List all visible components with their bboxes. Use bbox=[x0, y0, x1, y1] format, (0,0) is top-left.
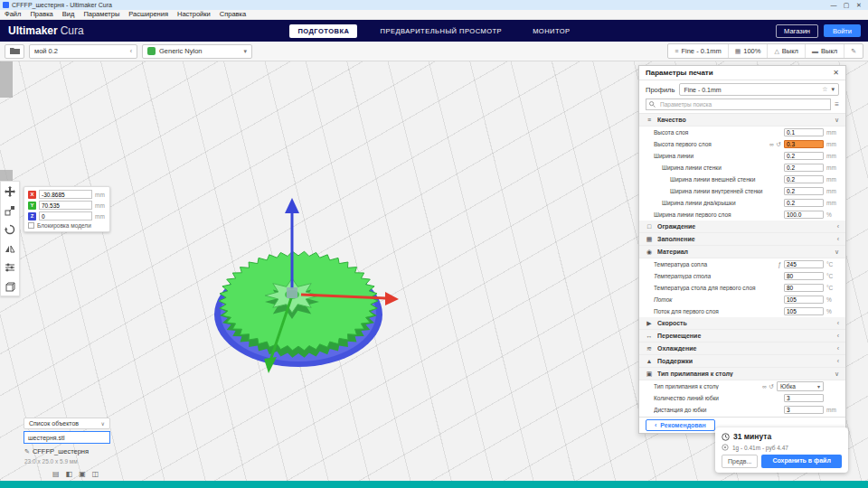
chevron-left-icon[interactable]: ‹ bbox=[126, 48, 132, 54]
fx-icon[interactable]: ƒ bbox=[778, 261, 781, 267]
setting-input[interactable] bbox=[784, 140, 824, 148]
setting-input[interactable] bbox=[784, 406, 824, 414]
menu-item-4[interactable]: Расширения bbox=[124, 10, 173, 19]
signin-button[interactable]: Войти bbox=[824, 24, 861, 37]
link-icon[interactable]: ∞ bbox=[762, 383, 767, 389]
setting-row: Поток для первого слоя% bbox=[639, 305, 845, 317]
open-file-button[interactable] bbox=[5, 44, 24, 59]
mirror-tool-button[interactable] bbox=[1, 239, 19, 258]
object-list-item[interactable]: шестерня.stl bbox=[24, 432, 109, 443]
settings-category[interactable]: ▲Поддержки‹ bbox=[639, 355, 845, 368]
reset-icon[interactable]: ↺ bbox=[777, 141, 781, 148]
setting-row: Ширина линииmm bbox=[639, 150, 845, 162]
settings-filter-icon[interactable]: ≡ bbox=[835, 100, 839, 108]
setting-row: Количество линий юбки bbox=[639, 392, 845, 404]
print-settings-summary[interactable]: ≡ Fine - 0.1mm ▦ 100% △ Выкл ▬ Выкл ✎ bbox=[667, 43, 863, 59]
viewport-bottom-toolbar: ▤◧▣◫ bbox=[52, 470, 99, 478]
settings-category[interactable]: ≡Качество∨ bbox=[639, 114, 845, 127]
maximize-button[interactable]: ▢ bbox=[840, 0, 853, 10]
setting-input[interactable] bbox=[784, 211, 824, 219]
marketplace-button[interactable]: Магазин bbox=[776, 24, 818, 38]
edit-settings-button[interactable]: ✎ bbox=[844, 44, 863, 58]
settings-category[interactable]: ▦Заполнение‹ bbox=[639, 233, 845, 246]
material-icon bbox=[147, 47, 156, 55]
setting-input[interactable] bbox=[784, 164, 824, 172]
menu-item-2[interactable]: Вид bbox=[58, 10, 80, 19]
setting-input[interactable] bbox=[784, 187, 824, 195]
menu-item-3[interactable]: Параметры bbox=[79, 10, 124, 19]
close-settings-icon[interactable]: ✕ bbox=[833, 69, 839, 77]
setting-input[interactable] bbox=[784, 394, 824, 402]
settings-search-box[interactable] bbox=[646, 99, 831, 110]
setting-input[interactable] bbox=[784, 272, 824, 280]
checker-icon[interactable]: ▣ bbox=[79, 470, 86, 478]
object-list-header[interactable]: Список объектов ∨ bbox=[24, 418, 110, 429]
preview-button[interactable]: Предв... bbox=[722, 455, 758, 468]
menu-item-0[interactable]: Файл bbox=[0, 10, 25, 19]
clock-icon bbox=[722, 433, 730, 441]
position-panel: XmmYmmZmmБлокировка модели bbox=[24, 186, 110, 232]
link-icon[interactable]: ∞ bbox=[769, 141, 774, 147]
close-button[interactable]: ✕ bbox=[853, 0, 865, 10]
menu-item-1[interactable]: Правка bbox=[25, 10, 57, 19]
setting-row: Температура соплаƒ°C bbox=[639, 258, 845, 270]
brim-outline bbox=[214, 262, 382, 367]
star-icon[interactable]: ☆ bbox=[822, 86, 827, 93]
material-selector[interactable]: Generic Nylon ▾ bbox=[142, 44, 252, 59]
setting-input[interactable] bbox=[784, 175, 824, 183]
settings-category[interactable]: ▶Скорость‹ bbox=[639, 317, 845, 330]
summary-adhesion[interactable]: ▬ Выкл bbox=[805, 44, 844, 58]
summary-profile[interactable]: ≡ Fine - 0.1mm bbox=[668, 44, 727, 58]
settings-search-input[interactable] bbox=[658, 100, 827, 108]
grid-icon[interactable]: ▤ bbox=[52, 470, 60, 478]
setting-input[interactable] bbox=[784, 128, 824, 136]
chevron-up-icon: ∨ bbox=[835, 117, 839, 124]
position-x-input[interactable] bbox=[39, 190, 92, 199]
tab-monitor[interactable]: МОНИТОР bbox=[524, 24, 578, 38]
setting-input[interactable] bbox=[784, 152, 824, 160]
brim-inner bbox=[221, 266, 376, 361]
summary-support[interactable]: △ Выкл bbox=[767, 44, 805, 58]
setting-row: Температура стола для первого слоя°C bbox=[639, 282, 845, 294]
scale-icon bbox=[5, 205, 15, 216]
recommended-mode-button[interactable]: ‹ Рекомендован bbox=[646, 419, 715, 431]
menu-item-5[interactable]: Настройки bbox=[173, 10, 215, 19]
pencil-icon: ✎ bbox=[851, 48, 856, 55]
setting-input[interactable] bbox=[784, 199, 824, 207]
setting-input[interactable] bbox=[784, 284, 824, 292]
save-to-file-button[interactable]: Сохранить в файл bbox=[761, 455, 842, 468]
split-icon[interactable]: ◧ bbox=[66, 470, 73, 478]
tab-preview[interactable]: ПРЕДВАРИТЕЛЬНЫЙ ПРОСМОТР bbox=[372, 24, 510, 38]
setting-dropdown[interactable]: Юбка▾ bbox=[777, 381, 824, 391]
position-y-input[interactable] bbox=[39, 201, 92, 210]
settings-category[interactable]: □Ограждение‹ bbox=[639, 221, 845, 233]
chevron-down-icon: ▾ bbox=[831, 86, 835, 93]
chevron-left-icon: ‹ bbox=[655, 422, 656, 428]
settings-category[interactable]: ▣Тип прилипания к столу∨ bbox=[639, 368, 845, 380]
settings-list: ≡Качество∨Высота слояmmВысота первого сл… bbox=[639, 113, 845, 417]
summary-infill[interactable]: ▦ 100% bbox=[728, 44, 768, 58]
per-model-settings-button[interactable] bbox=[1, 258, 19, 277]
setting-input[interactable] bbox=[784, 307, 824, 315]
support-blocker-button[interactable] bbox=[1, 277, 19, 296]
settings-category[interactable]: ↔Перемещение‹ bbox=[639, 330, 845, 343]
columns-icon[interactable]: ◫ bbox=[92, 470, 99, 478]
rotate-tool-button[interactable] bbox=[1, 220, 19, 239]
job-name-row[interactable]: ✎ CFFFP_шестерня bbox=[24, 447, 89, 455]
position-z-input[interactable] bbox=[39, 211, 92, 221]
settings-category[interactable]: ≋Охлаждение‹ bbox=[639, 343, 845, 355]
chevron-left-icon: ‹ bbox=[837, 320, 839, 326]
setting-input[interactable] bbox=[784, 260, 824, 268]
settings-category[interactable]: ◉Материал∨ bbox=[639, 246, 845, 258]
move-tool-button[interactable] bbox=[1, 182, 19, 201]
reset-icon[interactable]: ↺ bbox=[769, 383, 774, 390]
minimize-button[interactable]: — bbox=[827, 0, 840, 10]
printer-selector[interactable]: мой 0.2 ‹ bbox=[29, 44, 137, 59]
setting-input[interactable] bbox=[784, 296, 824, 304]
taskbar[interactable] bbox=[0, 481, 868, 488]
lock-model-checkbox[interactable] bbox=[28, 222, 34, 229]
tab-prepare[interactable]: ПОДГОТОВКА bbox=[289, 24, 357, 38]
menu-item-6[interactable]: Справка bbox=[215, 10, 250, 19]
profile-dropdown[interactable]: Fine - 0.1mm ☆ ▾ bbox=[679, 83, 839, 96]
scale-tool-button[interactable] bbox=[1, 201, 19, 220]
